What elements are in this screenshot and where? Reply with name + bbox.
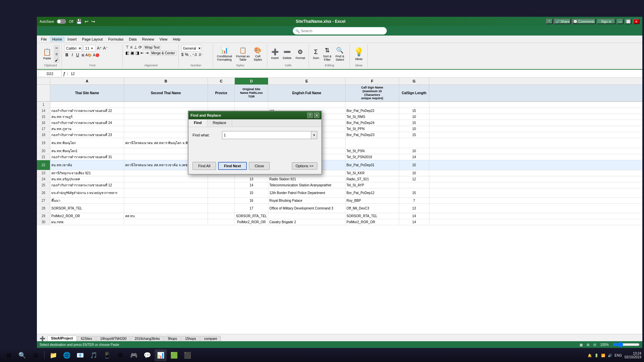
insert-btn[interactable]: ➕ Insert: [270, 48, 280, 60]
cell-19a[interactable]: สน.ทท.พิษณุโลก: [50, 138, 124, 148]
cell-16g[interactable]: 15: [399, 120, 429, 126]
cell-17g[interactable]: 10: [399, 126, 429, 132]
cell-17f[interactable]: Tel_St_PPN: [345, 126, 399, 132]
cell-1d[interactable]: [235, 102, 268, 108]
restore-btn[interactable]: ⬜: [625, 19, 632, 24]
underline-btn[interactable]: U: [75, 52, 80, 58]
cell-28e[interactable]: Office of Military Development Command 3: [268, 204, 345, 213]
cell-22g[interactable]: 15: [399, 160, 429, 170]
page-break-btn[interactable]: ⊟: [593, 343, 596, 347]
cell-26c[interactable]: [208, 188, 235, 197]
share-btn[interactable]: 🔗 Share: [554, 19, 571, 24]
taskbar-clock[interactable]: 13:24 02/10/2019: [625, 352, 641, 359]
cell-30e[interactable]: Cavalry Brigade 2: [268, 219, 345, 225]
sheet-tab-2019chang[interactable]: 2019chang3links: [131, 336, 163, 341]
cell-18f[interactable]: Bor_Pat_PoDep23: [345, 132, 399, 138]
font-grow-icon[interactable]: A⁺: [97, 46, 102, 51]
cell-27g[interactable]: 7: [399, 198, 429, 203]
increase-decimal-icon[interactable]: ⁺.0: [192, 53, 197, 57]
taskbar-sound-icon[interactable]: 🔊: [608, 354, 612, 357]
task-view-btn[interactable]: ⧉: [30, 349, 42, 361]
cell-16a[interactable]: กองกำกับการตำรวจตระเวนชายแดนที่ 24: [50, 120, 124, 126]
percent-icon[interactable]: %: [185, 52, 189, 57]
cell-15f[interactable]: Tel_St_RMS: [345, 114, 399, 120]
cell-18g[interactable]: 15: [399, 132, 429, 138]
add-sheet-btn[interactable]: ➕: [40, 336, 45, 341]
cell-30d[interactable]: PolMor2_ROR_OR: [235, 219, 268, 225]
number-format-dropdown[interactable]: General ▼: [181, 45, 202, 52]
ribbon-collapse-btn[interactable]: ⌃: [546, 19, 553, 24]
cell-28b[interactable]: [124, 204, 208, 213]
cell-25d[interactable]: 14: [235, 182, 268, 188]
font-color-btn[interactable]: A🔴: [93, 53, 99, 57]
search-bar[interactable]: 🔍: [293, 27, 387, 35]
taskbar-notification-icon[interactable]: 🔔: [588, 354, 592, 357]
cell-14g[interactable]: 15: [399, 108, 429, 114]
cell-27f[interactable]: Roy_BBP: [345, 198, 399, 203]
taskbar-game[interactable]: 🎮: [128, 349, 140, 361]
cell-24b[interactable]: [124, 176, 208, 182]
normal-view-btn[interactable]: ▦: [580, 343, 583, 347]
autosum-btn[interactable]: Σ Sum: [312, 48, 321, 60]
grid-body[interactable]: 1 14 กองกำกับการตำรวจตระเวนชายแดนที่ 22: [37, 102, 642, 334]
cell-29f[interactable]: SORSOR_RTA_TEL: [345, 213, 399, 219]
cell-24a[interactable]: สน.ทท.อรัญประเทศ: [50, 176, 124, 182]
cell-30f[interactable]: PolMor2_ROR_OR: [345, 219, 399, 225]
col-header-b[interactable]: B: [124, 78, 208, 84]
decrease-indent-icon[interactable]: ⇤: [141, 51, 144, 56]
find-select-btn[interactable]: 🔍 Find &Select: [334, 46, 345, 62]
taskbar-music[interactable]: 🎵: [88, 349, 100, 361]
cell-27d[interactable]: 16: [235, 198, 268, 203]
menu-formulas[interactable]: Formulas: [105, 37, 126, 42]
cell-24c[interactable]: [208, 176, 235, 182]
copy-icon[interactable]: ⎘: [54, 51, 59, 57]
font-size-dropdown[interactable]: 11 ▼: [84, 45, 96, 52]
sheet-tab-19hopswm[interactable]: 19hopsWTM4200: [96, 336, 130, 341]
cell-28a[interactable]: SORSOR_RTA_TEL: [50, 204, 124, 213]
cell-28f[interactable]: Off_Mil_DevC3: [345, 204, 399, 213]
comma-icon[interactable]: ,: [190, 52, 191, 57]
cell-27e[interactable]: Royal Bhubing Palace: [268, 198, 345, 203]
page-layout-btn[interactable]: ⊞: [587, 343, 589, 347]
cell-26a[interactable]: พระสำนักภูรีพิสิฐสำนักงาน 3 หน่วยบัญชากา…: [50, 188, 124, 197]
cell-styles-btn[interactable]: 🎨 CellStyles: [252, 46, 263, 62]
comments-btn[interactable]: 💬 Comments: [572, 19, 596, 24]
save-icon[interactable]: 💾: [76, 19, 82, 24]
italic-btn[interactable]: I: [71, 52, 74, 58]
cell-1c[interactable]: [208, 102, 235, 108]
paste-btn[interactable]: 📋 Paste: [42, 47, 53, 61]
menu-insert[interactable]: Insert: [65, 37, 79, 42]
taskbar-settings[interactable]: ⚙: [114, 349, 126, 361]
cell-27c[interactable]: [208, 198, 235, 203]
align-bottom-icon[interactable]: ⊥: [134, 45, 137, 50]
dialog-help-btn[interactable]: ?: [307, 113, 313, 118]
cell-1e[interactable]: [268, 102, 345, 108]
taskbar-email[interactable]: 📧: [74, 349, 86, 361]
taskbar-terminal[interactable]: ⬛: [181, 349, 194, 361]
sort-filter-btn[interactable]: ⇅ Sort &Filter: [322, 46, 333, 62]
taskbar-excel[interactable]: 📊: [155, 349, 167, 361]
close-dialog-btn[interactable]: Close: [249, 162, 270, 170]
cell-30c[interactable]: [208, 219, 235, 225]
cell-22a[interactable]: สน.ทท.เขาค้อ: [50, 160, 124, 170]
font-shrink-icon[interactable]: A⁻: [103, 46, 108, 51]
format-painter-icon[interactable]: 🖌: [54, 57, 59, 63]
cell-29e[interactable]: [268, 213, 345, 219]
autosave-toggle[interactable]: [57, 19, 66, 24]
cell-19f[interactable]: [345, 138, 399, 148]
align-left-icon[interactable]: ◧: [125, 51, 129, 56]
taskbar-phone[interactable]: 📱: [101, 349, 113, 361]
cell-21a[interactable]: กองกำกับการตำรวจตระเวนชายแดนที่ 31: [50, 154, 124, 160]
cell-24f[interactable]: Radio_ST_921: [345, 176, 399, 182]
cell-23a[interactable]: สถานีวิทยุกระจายเสียง 921: [50, 170, 124, 176]
cell-25a[interactable]: กองกำกับการตำรวจตระเวนชายแดนที่ 12: [50, 182, 124, 188]
find-all-btn[interactable]: Find All: [193, 162, 216, 170]
cell-30b[interactable]: [124, 219, 208, 225]
cell-30a[interactable]: ผน.กทพ.: [50, 219, 124, 225]
merge-center-btn[interactable]: Merge & Center: [150, 51, 176, 56]
taskbar-green[interactable]: 🟩: [168, 349, 180, 361]
cell-26g[interactable]: 15: [399, 188, 429, 197]
cell-29d[interactable]: SORSOR_RTA_TEL: [235, 213, 268, 219]
menu-page-layout[interactable]: Page Layout: [79, 37, 106, 42]
col-header-a[interactable]: A: [50, 78, 124, 84]
